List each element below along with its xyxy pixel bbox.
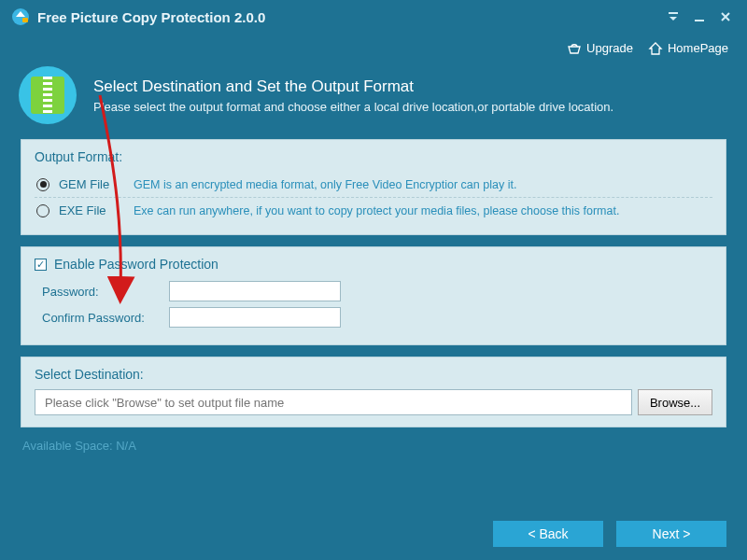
browse-button[interactable]: Browse... (638, 389, 712, 415)
upgrade-label: Upgrade (586, 41, 633, 55)
basket-icon (567, 42, 582, 55)
enable-password-label: Enable Password Protection (54, 257, 218, 272)
svg-rect-2 (669, 12, 678, 14)
upgrade-link[interactable]: Upgrade (567, 41, 633, 55)
app-logo-icon (11, 7, 30, 26)
home-icon (648, 42, 663, 55)
back-button[interactable]: < Back (493, 521, 603, 547)
top-links: Upgrade HomePage (0, 34, 747, 66)
svg-rect-1 (22, 18, 28, 22)
close-icon[interactable] (715, 7, 736, 27)
radio-gem-input[interactable] (36, 178, 49, 191)
confirm-password-row: Confirm Password: (42, 307, 712, 328)
homepage-label: HomePage (668, 41, 728, 55)
radio-exe-desc: Exe can run anywhere, if you want to cop… (134, 204, 619, 217)
radio-gem-desc: GEM is an encrypted media format, only F… (134, 178, 516, 191)
radio-gem-label: GEM File (59, 177, 124, 191)
next-button[interactable]: Next > (616, 521, 726, 547)
output-format-title: Output Format: (35, 149, 712, 164)
confirm-password-input[interactable] (169, 307, 341, 328)
app-title: Free Picture Copy Protection 2.0.0 (37, 9, 265, 25)
page-heading: Select Destination and Set the Output Fo… (0, 66, 747, 139)
enable-password-checkbox[interactable]: ✓ (35, 259, 47, 271)
titlebar: Free Picture Copy Protection 2.0.0 (0, 0, 747, 34)
enable-password-row[interactable]: ✓ Enable Password Protection (35, 257, 712, 272)
confirm-password-label: Confirm Password: (42, 311, 162, 325)
password-row: Password: (42, 281, 712, 301)
menu-down-icon[interactable] (663, 7, 684, 27)
destination-panel: Select Destination: Browse... (21, 357, 726, 427)
zip-icon (19, 66, 77, 124)
destination-input[interactable] (35, 389, 632, 415)
svg-rect-3 (695, 20, 704, 21)
available-space: Available Space: N/A (22, 439, 747, 453)
minimize-icon[interactable] (689, 7, 710, 27)
heading-subtitle: Please select the output format and choo… (93, 100, 613, 114)
homepage-link[interactable]: HomePage (648, 41, 728, 55)
radio-exe-input[interactable] (36, 204, 49, 217)
footer-nav: < Back Next > (493, 521, 726, 547)
destination-title: Select Destination: (35, 367, 712, 382)
radio-exe[interactable]: EXE File Exe can run anywhere, if you wa… (35, 197, 712, 223)
radio-exe-label: EXE File (59, 203, 124, 217)
heading-title: Select Destination and Set the Output Fo… (93, 77, 613, 96)
password-label: Password: (42, 285, 162, 299)
password-input[interactable] (169, 281, 341, 301)
radio-gem[interactable]: GEM File GEM is an encrypted media forma… (35, 172, 712, 197)
password-panel: ✓ Enable Password Protection Password: C… (21, 246, 726, 345)
output-format-panel: Output Format: GEM File GEM is an encryp… (21, 139, 726, 235)
